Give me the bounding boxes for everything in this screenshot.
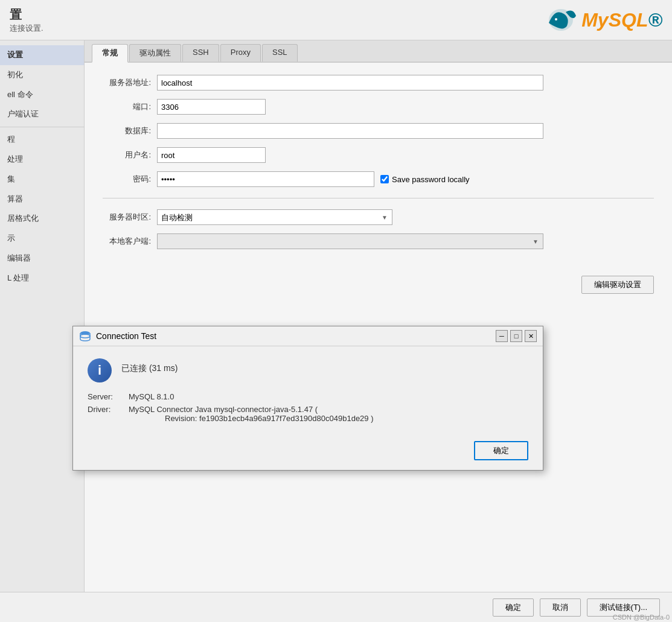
sidebar-item-show[interactable]: 示	[0, 229, 84, 249]
tab-bar: 常规 驱动属性 SSH Proxy SSL	[85, 40, 672, 63]
save-password-label: Save password locally	[392, 175, 470, 184]
dialog-ok-button[interactable]: 确定	[474, 441, 528, 460]
bottom-bar: 确定 取消 测试链接(T)...	[0, 592, 672, 622]
main-window: 置 连接设置. MySQL® 设置 初化	[0, 0, 672, 622]
form-divider	[103, 198, 654, 198]
info-icon: i	[88, 358, 112, 382]
dialog-info-row: i 已连接 (31 ms)	[88, 358, 528, 382]
sidebar-item-set[interactable]: 集	[0, 170, 84, 189]
server-input[interactable]	[157, 75, 543, 90]
password-label: 密码:	[103, 174, 157, 185]
dialog-titlebar: Connection Test ─ □ ✕	[73, 326, 543, 346]
server-detail-row: Server: MySQL 8.1.0	[88, 392, 528, 401]
timezone-select[interactable]: 自动检测	[157, 209, 392, 225]
svg-point-1	[555, 18, 557, 21]
dialog-db-icon	[79, 330, 91, 342]
sidebar: 设置 初化 ell 命令 户端认证 程 处理 集	[0, 40, 85, 596]
driver-detail-value: MySQL Connector Java mysql-connector-jav…	[129, 405, 374, 423]
save-password-row: Save password locally	[380, 175, 470, 184]
content-area: 常规 驱动属性 SSH Proxy SSL 服务器地址: 端口:	[85, 40, 672, 596]
edit-driver-button[interactable]: 编辑驱动设置	[581, 276, 654, 294]
sidebar-item-proc[interactable]: 处理	[0, 150, 84, 170]
tab-ssl[interactable]: SSL	[262, 44, 298, 62]
port-input[interactable]	[157, 99, 266, 115]
server-detail-value: MySQL 8.1.0	[129, 392, 174, 401]
sidebar-item-editor[interactable]: 编辑器	[0, 249, 84, 268]
sidebar-item-init[interactable]: 初化	[0, 65, 84, 85]
timezone-select-wrapper: 自动检测	[157, 209, 392, 225]
connection-test-dialog: Connection Test ─ □ ✕ i 已连接 (31 ms) Serv…	[72, 326, 543, 471]
tab-ssh[interactable]: SSH	[182, 44, 219, 62]
driver-revision: Revision: fe1903b1ecb4a96a917f7ed3190d80…	[165, 414, 374, 423]
client-select-wrapper	[157, 233, 543, 249]
save-password-checkbox[interactable]	[380, 175, 389, 183]
timezone-row: 服务器时区: 自动检测	[103, 209, 654, 225]
server-row: 服务器地址:	[103, 75, 654, 90]
window-subtitle: 连接设置.	[10, 23, 43, 34]
dialog-close-button[interactable]: ✕	[525, 330, 537, 342]
client-select[interactable]	[157, 233, 543, 249]
port-row: 端口:	[103, 99, 654, 115]
server-detail-label: Server:	[88, 392, 124, 401]
cancel-button[interactable]: 取消	[540, 598, 581, 617]
username-row: 用户名:	[103, 147, 654, 163]
dialog-body: i 已连接 (31 ms) Server: MySQL 8.1.0 Driver…	[73, 346, 543, 436]
server-label: 服务器地址:	[103, 77, 157, 88]
sidebar-item-shell[interactable]: ell 命令	[0, 85, 84, 105]
dialog-title-text: Connection Test	[96, 331, 156, 341]
database-row: 数据库:	[103, 123, 654, 139]
watermark: CSDN @BigData-0	[613, 614, 670, 621]
client-label: 本地客户端:	[103, 236, 157, 247]
password-row: 密码: Save password locally	[103, 171, 654, 187]
tab-proxy[interactable]: Proxy	[220, 44, 261, 62]
sidebar-item-calc[interactable]: 算器	[0, 189, 84, 209]
sidebar-item-prog[interactable]: 程	[0, 130, 84, 150]
form-area: 服务器地址: 端口: 数据库: 用户名:	[85, 63, 672, 270]
mysql-logo: MySQL®	[543, 5, 662, 35]
top-bar: 置 连接设置. MySQL®	[0, 0, 672, 40]
edit-driver-area: 编辑驱动设置	[85, 270, 672, 300]
sidebar-item-nl[interactable]: L 处理	[0, 268, 84, 288]
tab-driver[interactable]: 驱动属性	[129, 44, 181, 62]
dialog-connected-message: 已连接 (31 ms)	[121, 358, 178, 374]
timezone-label: 服务器时区:	[103, 212, 157, 223]
mysql-dolphin-icon	[543, 5, 579, 35]
window-title-area: 置 连接设置.	[10, 7, 43, 34]
body-layout: 设置 初化 ell 命令 户端认证 程 处理 集	[0, 40, 672, 596]
window-title: 置	[10, 7, 43, 23]
dialog-title-area: Connection Test	[79, 330, 156, 342]
username-label: 用户名:	[103, 150, 157, 160]
driver-detail-label: Driver:	[88, 405, 124, 423]
dialog-minimize-button[interactable]: ─	[496, 330, 508, 342]
sidebar-section2: 程 处理 集 算器 居格式化 示 编辑器	[0, 127, 84, 288]
database-input[interactable]	[157, 123, 543, 139]
dialog-restore-button[interactable]: □	[510, 330, 522, 342]
dialog-controls: ─ □ ✕	[496, 330, 537, 342]
username-input[interactable]	[157, 147, 266, 163]
database-label: 数据库:	[103, 125, 157, 136]
mysql-text: MySQL®	[581, 9, 662, 31]
driver-detail-row: Driver: MySQL Connector Java mysql-conne…	[88, 405, 528, 423]
tab-general[interactable]: 常规	[92, 44, 128, 63]
sidebar-item-format[interactable]: 居格式化	[0, 209, 84, 229]
my-text: My	[581, 9, 608, 31]
sidebar-item-auth[interactable]: 户端认证	[0, 104, 84, 124]
sql-text: SQL	[609, 9, 648, 31]
port-label: 端口:	[103, 101, 157, 112]
password-input[interactable]	[157, 171, 374, 187]
sidebar-item-settings[interactable]: 设置	[0, 45, 84, 65]
dialog-details: Server: MySQL 8.1.0 Driver: MySQL Connec…	[88, 392, 528, 423]
ok-button[interactable]: 确定	[493, 598, 534, 617]
client-row: 本地客户端:	[103, 233, 654, 249]
dialog-footer: 确定	[73, 436, 543, 470]
